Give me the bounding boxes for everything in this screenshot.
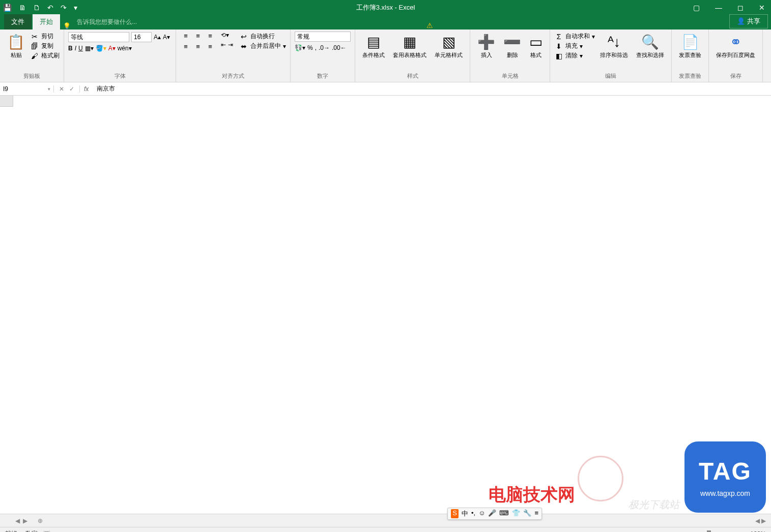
- ribbon-options-icon[interactable]: ▢: [690, 3, 703, 13]
- ime-logo-icon[interactable]: S: [451, 509, 459, 518]
- qa-more-icon[interactable]: ▾: [74, 4, 77, 12]
- border-button[interactable]: ▦▾: [85, 45, 94, 52]
- view-page-layout-icon[interactable]: ▤: [649, 530, 655, 533]
- warning-icon[interactable]: ⚠: [426, 21, 433, 29]
- view-normal-icon[interactable]: ▦: [639, 530, 644, 533]
- title-bar: 💾 🗎 🗋 ↶ ↷ ▾ 工作簿3.xlsx - Excel ▢ — ◻ ✕: [0, 0, 771, 15]
- sort-icon: ᴬ↓: [608, 34, 621, 50]
- ime-mic-icon[interactable]: 🎤: [488, 509, 496, 518]
- clear-button[interactable]: ◧清除▾: [554, 51, 595, 60]
- sheet-scroll-left-icon[interactable]: ◀: [755, 517, 760, 524]
- vertical-align[interactable]: ≡≡≡: [180, 32, 216, 40]
- cancel-formula-icon[interactable]: ✕: [59, 85, 64, 93]
- merge-icon: ⬌: [239, 42, 248, 50]
- ime-skin-icon[interactable]: 👕: [512, 509, 520, 518]
- currency-button[interactable]: 💱▾: [295, 44, 305, 51]
- horizontal-align[interactable]: ≡≡≡: [180, 42, 216, 51]
- worksheet-grid[interactable]: [0, 96, 771, 514]
- ribbon-group-number: 💱▾ % , .0→ .00← 数字: [291, 29, 355, 82]
- fill-button[interactable]: ⬇填充▾: [554, 42, 595, 50]
- increase-font-icon[interactable]: A▴: [154, 34, 161, 41]
- file-tab[interactable]: 文件: [4, 14, 32, 29]
- enter-formula-icon[interactable]: ✓: [69, 85, 74, 93]
- brush-icon: 🖌: [30, 52, 39, 60]
- minimize-icon[interactable]: —: [712, 3, 725, 13]
- tell-me-input[interactable]: 告诉我您想要做什么...: [77, 15, 137, 29]
- decrease-indent-icon[interactable]: ⇤: [221, 41, 226, 48]
- find-select-button[interactable]: 🔍查找和选择: [633, 32, 667, 61]
- phonetic-button[interactable]: wén▾: [118, 45, 132, 52]
- conditional-format-button[interactable]: ▤条件格式: [359, 32, 388, 61]
- maximize-icon[interactable]: ◻: [734, 3, 747, 13]
- window-controls: ▢ — ◻ ✕: [690, 3, 768, 13]
- bold-button[interactable]: B: [68, 45, 73, 52]
- ime-keyboard-icon[interactable]: ⌨: [499, 509, 509, 518]
- format-as-table-button[interactable]: ▦套用表格格式: [390, 32, 430, 61]
- copy-button[interactable]: 🗐复制: [30, 42, 60, 50]
- cell-styles-button[interactable]: ▧单元格样式: [432, 32, 466, 61]
- number-format-select[interactable]: [295, 32, 351, 42]
- comma-button[interactable]: ,: [315, 44, 317, 51]
- increase-decimal-icon[interactable]: .0→: [319, 44, 330, 51]
- ime-lang[interactable]: 中: [462, 509, 468, 518]
- ribbon-group-styles: ▤条件格式 ▦套用表格格式 ▧单元格样式 样式: [355, 29, 470, 82]
- save-baidu-button[interactable]: ⚭保存到百度网盘: [713, 32, 758, 61]
- name-box[interactable]: I9▾: [0, 85, 54, 93]
- ime-emoji-icon[interactable]: ☺: [478, 509, 485, 518]
- save-as-icon[interactable]: 🗎: [19, 4, 26, 12]
- sheet-nav-prev-icon[interactable]: ◀: [15, 517, 20, 524]
- insert-cells-button[interactable]: ➕插入: [474, 32, 498, 61]
- ime-menu-icon[interactable]: ≡: [534, 509, 538, 518]
- ime-tool-icon[interactable]: 🔧: [523, 509, 531, 518]
- sort-filter-button[interactable]: ᴬ↓排序和筛选: [597, 32, 631, 61]
- wrap-text-button[interactable]: ↩自动换行: [239, 32, 286, 41]
- format-cells-button[interactable]: ▭格式: [526, 32, 546, 61]
- zoom-out-icon[interactable]: −: [671, 530, 674, 533]
- delete-cells-button[interactable]: ➖删除: [500, 32, 524, 61]
- paste-button[interactable]: 📋 粘贴: [4, 32, 28, 61]
- sheet-scroll-right-icon[interactable]: ▶: [761, 517, 766, 524]
- tab-开始[interactable]: 开始: [33, 14, 60, 29]
- cut-button[interactable]: ✂剪切: [30, 32, 60, 41]
- zoom-in-icon[interactable]: +: [741, 530, 745, 533]
- ime-toolbar[interactable]: S 中 •, ☺ 🎤 ⌨ 👕 🔧 ≡: [447, 508, 542, 520]
- zoom-level[interactable]: 100%: [750, 530, 766, 533]
- decrease-font-icon[interactable]: A▾: [163, 34, 170, 41]
- close-icon[interactable]: ✕: [756, 3, 768, 13]
- undo-icon[interactable]: ↶: [47, 4, 53, 12]
- decrease-decimal-icon[interactable]: .00←: [332, 44, 347, 51]
- font-color-button[interactable]: A▾: [108, 45, 116, 52]
- percent-button[interactable]: %: [307, 44, 313, 51]
- underline-button[interactable]: U: [78, 45, 83, 52]
- view-page-break-icon[interactable]: ▭: [660, 530, 666, 533]
- fill-color-button[interactable]: 🪣▾: [96, 45, 106, 52]
- ribbon-group-clipboard: 📋 粘贴 ✂剪切 🗐复制 🖌格式刷 剪贴板: [0, 29, 64, 82]
- autosum-button[interactable]: Σ自动求和▾: [554, 32, 595, 41]
- font-size-select[interactable]: [131, 32, 152, 42]
- add-sheet-button[interactable]: ⊕: [33, 515, 48, 526]
- sheet-nav-next-icon[interactable]: ▶: [23, 517, 27, 524]
- format-painter-button[interactable]: 🖌格式刷: [30, 51, 60, 60]
- italic-button[interactable]: I: [75, 45, 76, 52]
- save-icon[interactable]: 💾: [3, 4, 12, 12]
- ribbon-group-font: A▴ A▾ B I U ▦▾ 🪣▾ A▾ wén▾ 字体: [64, 29, 176, 82]
- merge-center-button[interactable]: ⬌合并后居中▾: [239, 42, 286, 50]
- copy-icon: 🗐: [30, 42, 39, 50]
- share-button[interactable]: 👤 共享: [729, 14, 768, 28]
- new-icon[interactable]: 🗋: [33, 4, 40, 12]
- ime-punct-icon[interactable]: •,: [471, 509, 475, 518]
- select-all-corner[interactable]: [0, 96, 13, 107]
- status-bar: 就绪 数字 🔳 ▦ ▤ ▭ − + 100%: [0, 527, 771, 532]
- lightbulb-icon: 💡: [63, 22, 71, 29]
- invoice-check-button[interactable]: 📄发票查验: [676, 32, 704, 61]
- scroll-lock-icon: 🔳: [43, 530, 50, 533]
- formula-input[interactable]: 南京市: [93, 84, 771, 93]
- orientation-button[interactable]: ⟲▾: [221, 32, 233, 39]
- format-cells-icon: ▭: [529, 34, 542, 50]
- increase-indent-icon[interactable]: ⇥: [228, 41, 233, 48]
- search-icon: 🔍: [641, 34, 659, 50]
- redo-icon[interactable]: ↷: [61, 4, 67, 12]
- font-name-select[interactable]: [68, 32, 129, 42]
- fx-icon[interactable]: fx: [80, 85, 93, 93]
- zoom-slider[interactable]: − +: [671, 530, 745, 533]
